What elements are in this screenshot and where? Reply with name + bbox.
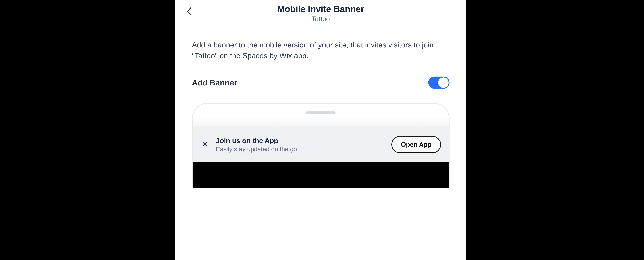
back-button[interactable] xyxy=(186,8,193,16)
close-icon xyxy=(202,142,208,148)
description-text: Add a banner to the mobile version of yo… xyxy=(192,40,450,61)
phone-frame: Join us on the App Easily stay updated o… xyxy=(192,103,450,188)
banner-preview: Join us on the App Easily stay updated o… xyxy=(192,103,450,188)
banner-close-button[interactable] xyxy=(200,140,210,149)
header: Mobile Invite Banner Tattoo xyxy=(175,0,466,23)
toggle-knob xyxy=(438,78,448,88)
phone-content-area xyxy=(193,162,449,188)
chevron-left-icon xyxy=(187,8,192,16)
phone-speaker xyxy=(306,112,336,114)
add-banner-label: Add Banner xyxy=(192,78,237,87)
open-app-button[interactable]: Open App xyxy=(392,136,441,153)
banner-text: Join us on the App Easily stay updated o… xyxy=(216,136,385,153)
settings-panel: Mobile Invite Banner Tattoo Add a banner… xyxy=(175,0,466,260)
banner-subtitle: Easily stay updated on the go xyxy=(216,146,385,153)
page-title: Mobile Invite Banner xyxy=(175,4,466,14)
invite-banner: Join us on the App Easily stay updated o… xyxy=(193,127,449,162)
banner-title: Join us on the App xyxy=(216,136,385,144)
add-banner-toggle[interactable] xyxy=(428,76,450,89)
add-banner-row: Add Banner xyxy=(192,76,450,89)
page-subtitle: Tattoo xyxy=(175,15,466,23)
phone-statusbar xyxy=(193,104,449,127)
